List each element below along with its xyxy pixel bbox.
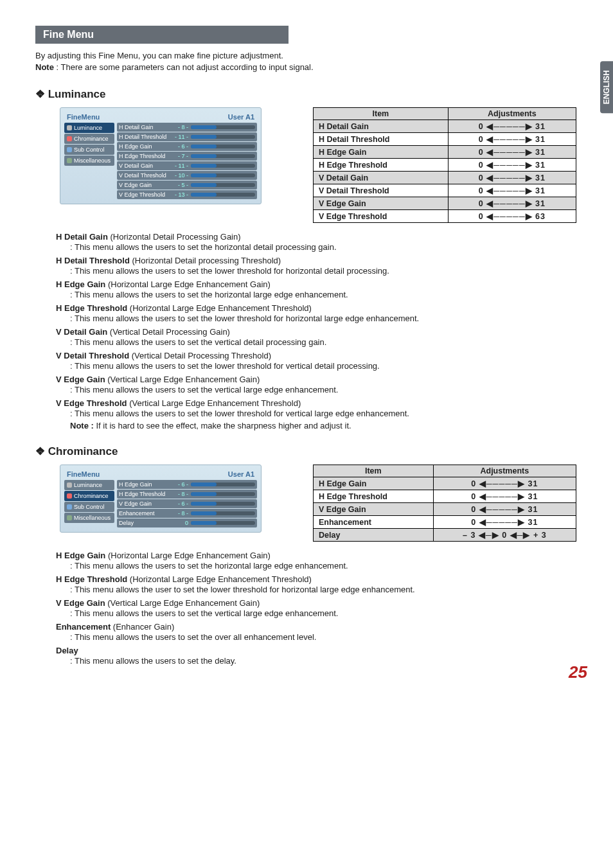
tbody-2: H Edge Gain0 ◀─────▶ 31H Edge Threshold0… — [314, 477, 576, 542]
cell-adjustment: 0 ◀─────▶ 31 — [448, 197, 576, 210]
osd-slider-item[interactable]: H Detail Gain- 8 - — [117, 123, 257, 132]
osd-tab-chrominance[interactable]: Chrominance — [64, 491, 114, 501]
osd-item-name: H Edge Threshold — [119, 153, 170, 159]
osd-slider-item[interactable]: V Detail Threshold- 10 - — [117, 171, 257, 180]
osd-luminance: FineMenu User A1 Luminance Chrominance S… — [60, 107, 262, 204]
definition-term: Delay — [56, 646, 78, 655]
defs1-note-label: Note : — [70, 421, 94, 430]
cell-item: V Detail Gain — [314, 172, 449, 184]
osd-user: User A1 — [228, 470, 254, 478]
osd-tab-subcontrol[interactable]: Sub Control — [64, 145, 114, 155]
slider-icon[interactable] — [191, 183, 255, 187]
osd-tab-label: Sub Control — [74, 146, 105, 153]
definition-item: Delay — [56, 646, 578, 655]
definition-item: V Edge Gain (Vertical Large Edge Enhance… — [56, 375, 578, 384]
definition-desc: : This menu allows the users to set the … — [70, 409, 578, 418]
th-item: Item — [314, 465, 434, 477]
slider-icon[interactable] — [191, 483, 255, 486]
osd-tab-label: Miscellaneous — [74, 515, 111, 521]
cell-adjustment: 0 ◀─────▶ 31 — [448, 133, 576, 146]
table-row: H Edge Gain0 ◀─────▶ 31 — [314, 146, 576, 159]
slider-icon[interactable] — [191, 125, 255, 129]
osd-slider-item[interactable]: V Edge Gain- 6 - — [117, 499, 257, 508]
osd-slider-item[interactable]: H Edge Threshold- 7 - — [117, 152, 257, 161]
slider-icon[interactable] — [191, 193, 255, 197]
definition-item: V Edge Threshold (Vertical Large Edge En… — [56, 398, 578, 408]
tbody-1: H Detail Gain0 ◀─────▶ 31H Detail Thresh… — [314, 120, 576, 223]
osd-slider-item[interactable]: V Edge Threshold- 13 - — [117, 190, 257, 199]
definition-item: V Edge Gain (Vertical Large Edge Enhance… — [56, 598, 578, 608]
definition-term: H Detail Gain — [56, 232, 108, 242]
slider-icon[interactable] — [191, 154, 255, 158]
table-row: V Edge Threshold0 ◀─────▶ 63 — [314, 210, 576, 223]
cell-adjustment: 0 ◀─────▶ 31 — [433, 503, 576, 516]
definition-item: H Edge Gain (Horizontal Large Edge Enhan… — [56, 551, 578, 560]
osd-item-name: Enhancement — [119, 510, 170, 517]
osd-list-1: H Detail Gain- 8 -H Detail Threshold- 11… — [117, 122, 257, 200]
osd-slider-item[interactable]: H Edge Threshold- 8 - — [117, 490, 257, 499]
osd-item-value: - 13 - — [173, 191, 188, 198]
definition-desc: : This menu allows the users to set the … — [70, 314, 578, 323]
osd-slider-item[interactable]: V Detail Gain- 11 - — [117, 161, 257, 170]
chrominance-icon — [67, 136, 72, 141]
cell-adjustment: 0 ◀─────▶ 31 — [448, 159, 576, 172]
definition-desc: : This menu allows the users to set the … — [70, 266, 578, 276]
osd-tab-miscellaneous[interactable]: Miscellaneous — [64, 155, 114, 166]
definitions-2: H Edge Gain (Horizontal Large Edge Enhan… — [56, 551, 578, 666]
osd-slider-item[interactable]: V Edge Gain- 5 - — [117, 181, 257, 190]
cell-item: H Edge Threshold — [314, 490, 434, 503]
definition-term: V Detail Threshold — [56, 351, 129, 360]
osd-item-value: - 8 - — [173, 124, 188, 130]
osd-tab-subcontrol[interactable]: Sub Control — [64, 502, 114, 512]
th-adj: Adjustments — [448, 108, 576, 120]
osd-item-value: - 11 - — [173, 134, 188, 140]
intro-line-2: : There are some parameters can not adju… — [54, 62, 314, 72]
slider-icon[interactable] — [191, 502, 255, 506]
definition-desc: : This menu allows the users to set the … — [70, 608, 578, 618]
osd-item-name: H Detail Threshold — [119, 134, 170, 140]
cell-adjustment: 0 ◀─────▶ 31 — [433, 477, 576, 490]
slider-icon[interactable] — [191, 492, 255, 496]
osd-slider-item[interactable]: Delay0 — [117, 518, 257, 527]
definition-item: V Detail Gain (Vertical Detail Processin… — [56, 327, 578, 337]
osd-slider-item[interactable]: H Detail Threshold- 11 - — [117, 132, 257, 141]
osd-item-name: H Edge Gain — [119, 481, 170, 488]
definition-item: H Edge Threshold (Horizontal Large Edge … — [56, 574, 578, 584]
th-adj: Adjustments — [433, 465, 576, 477]
language-tab: ENGLISH — [600, 61, 613, 113]
slider-icon[interactable] — [191, 173, 255, 177]
osd-tab-label: Luminance — [74, 125, 102, 131]
table-row: H Edge Threshold0 ◀─────▶ 31 — [314, 490, 576, 503]
definition-desc: : This menu allows the users to set the … — [70, 361, 578, 371]
table-row: Enhancement0 ◀─────▶ 31 — [314, 516, 576, 529]
table-row: V Edge Gain0 ◀─────▶ 31 — [314, 503, 576, 516]
osd-slider-item[interactable]: H Edge Gain- 6 - — [117, 480, 257, 489]
osd-tab-miscellaneous[interactable]: Miscellaneous — [64, 513, 114, 523]
osd-tab-chrominance[interactable]: Chrominance — [64, 134, 114, 144]
osd-item-name: V Edge Gain — [119, 500, 170, 507]
osd-item-value: - 8 - — [173, 510, 188, 517]
slider-icon[interactable] — [191, 164, 255, 168]
definition-term: V Edge Threshold — [56, 398, 127, 408]
table-row: V Detail Gain0 ◀─────▶ 31 — [314, 172, 576, 184]
definition-item: H Edge Threshold (Horizontal Large Edge … — [56, 303, 578, 313]
osd-tab-luminance[interactable]: Luminance — [64, 480, 114, 490]
slider-icon[interactable] — [191, 511, 255, 515]
slider-icon[interactable] — [191, 521, 255, 525]
definition-sub: (Horizontal Large Edge Enhancement Thres… — [127, 574, 312, 584]
definition-term: Enhancement — [56, 622, 111, 632]
osd-slider-item[interactable]: Enhancement- 8 - — [117, 509, 257, 518]
definition-desc: : This menu allows the users to set the … — [70, 242, 578, 252]
slider-icon[interactable] — [191, 145, 255, 148]
osd-item-value: - 11 - — [173, 163, 188, 169]
cell-item: H Detail Threshold — [314, 133, 449, 146]
cell-item: V Edge Gain — [314, 503, 434, 516]
slider-icon[interactable] — [191, 135, 255, 139]
osd-slider-item[interactable]: H Edge Gain- 6 - — [117, 142, 257, 151]
cell-item: H Edge Gain — [314, 146, 449, 159]
osd-item-value: - 6 - — [173, 500, 188, 507]
osd-item-name: V Detail Gain — [119, 163, 170, 169]
cell-item: Enhancement — [314, 516, 434, 529]
osd-tab-luminance[interactable]: Luminance — [64, 123, 114, 133]
cell-item: H Edge Gain — [314, 477, 434, 490]
